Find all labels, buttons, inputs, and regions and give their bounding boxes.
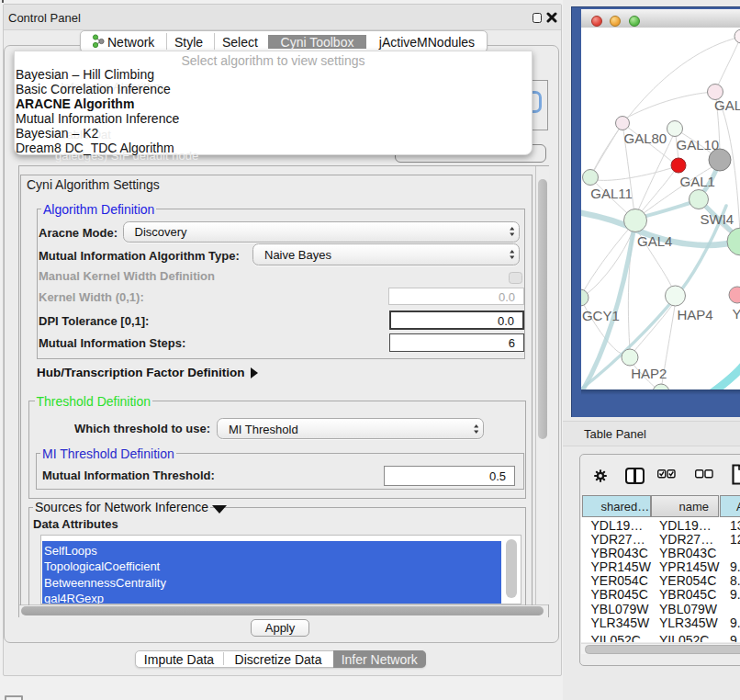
svg-text:GAL8: GAL8 [714, 97, 740, 113]
svg-text:HAP2: HAP2 [631, 366, 667, 381]
svg-text:GAL4: GAL4 [637, 233, 672, 249]
svg-text:GCY1: GCY1 [582, 308, 620, 323]
svg-text:YM: YM [733, 306, 740, 322]
svg-text:GAL1: GAL1 [680, 174, 715, 189]
svg-text:SWI4: SWI4 [701, 211, 734, 227]
svg-text:GAL11: GAL11 [590, 186, 633, 201]
svg-text:HAP4: HAP4 [678, 307, 713, 322]
svg-text:GAL80: GAL80 [624, 130, 667, 146]
svg-text:GAL10: GAL10 [677, 137, 720, 152]
